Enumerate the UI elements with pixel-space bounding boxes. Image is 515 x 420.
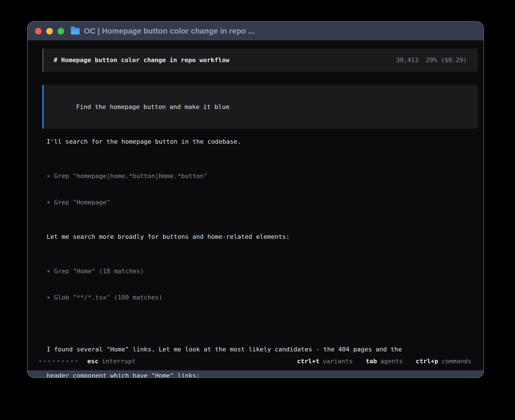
terminal-content: # Homepage button color change in repo w… [28,40,483,370]
window-title: OC | Homepage button color change in rep… [84,27,255,36]
session-stats: 39,413 20% ($0.29) [396,56,467,64]
agents-label: agents [380,358,403,365]
status-bar: escinterrupt ctrl+tvariants tabagents ct… [28,354,483,370]
zoom-button[interactable] [58,28,64,34]
ctrl-p-key-label: ctrl+p [416,358,438,365]
spinner-dots [40,360,77,362]
session-title: # Homepage button color change in repo w… [54,56,230,64]
traffic-lights [35,28,64,34]
minimize-button[interactable] [46,28,53,34]
titlebar[interactable]: OC | Homepage button color change in rep… [28,22,483,40]
assistant-text: Let me search more broadly for buttons a… [47,232,472,241]
spinner-dot [49,360,50,362]
close-button[interactable] [35,28,42,34]
token-count: 39,413 [396,56,418,64]
variants-label: variants [323,358,353,365]
tool-call-grep: ∗ Grep "homepage|home.*button|Home.*butt… [47,172,472,180]
ctrl-t-key-label: ctrl+t [297,358,319,365]
tool-call-group: ∗ Grep "Home" (18 matches) ∗ Glob "**/*.… [47,249,472,319]
context-usage: 20% ($0.29) [426,56,467,64]
tool-call-grep: ∗ Grep "Home" (18 matches) [47,267,472,275]
assistant-text: I'll search for the homepage button in t… [47,137,472,146]
tool-call-group: ∗ Grep "homepage|home.*button|Home.*butt… [47,154,472,224]
interrupt-label: interrupt [102,358,136,365]
agents-hint: tabagents [366,358,403,365]
shortcut-hints: ctrl+tvariants tabagents ctrl+pcommands [297,358,472,365]
assistant-transcript: I'll search for the homepage button in t… [47,137,472,378]
spinner-dot [44,360,45,362]
assistant-text: I found several "Home" links. Let me loo… [47,327,472,378]
esc-key-label: esc [87,358,99,365]
user-message-text: Find the homepage button and make it blu… [76,103,229,110]
interrupt-hint: escinterrupt [87,358,136,365]
tool-call-glob: ∗ Glob "**/*.tsx" (100 matches) [47,293,472,302]
user-message: Find the homepage button and make it blu… [42,85,478,129]
tab-key-label: tab [366,358,377,365]
spinner-dot [62,360,64,362]
terminal-window: OC | Homepage button color change in rep… [27,21,484,378]
session-header: # Homepage button color change in repo w… [42,49,478,72]
spinner-dot [71,360,73,362]
folder-icon [71,28,80,34]
spinner-dot [58,360,59,362]
variants-hint: ctrl+tvariants [297,358,353,365]
spinner-dot [76,360,77,362]
spinner-dot [40,360,41,362]
spinner-dot [53,360,54,362]
commands-label: commands [442,358,472,365]
spinner-dot [67,360,68,362]
commands-hint: ctrl+pcommands [416,358,472,365]
tool-call-grep: ∗ Grep "Homepage" [47,198,472,207]
